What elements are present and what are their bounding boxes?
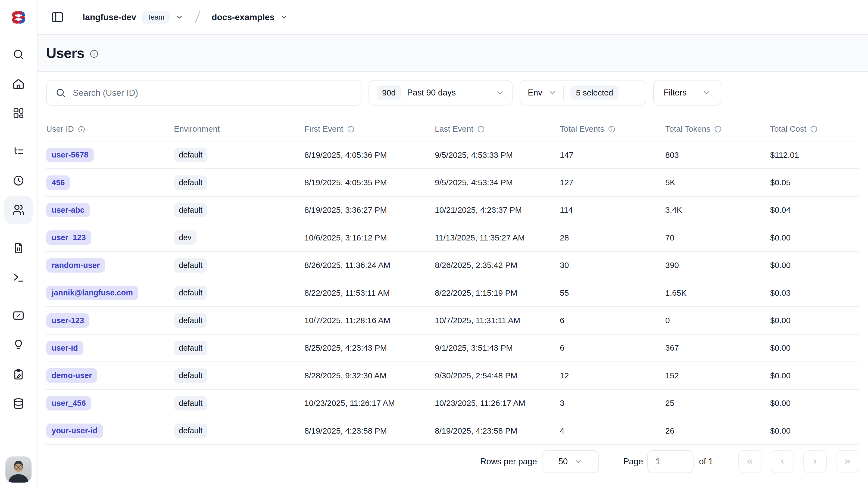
column-header[interactable]: Total Cost xyxy=(770,124,859,134)
user-id-badge[interactable]: 456 xyxy=(46,175,70,190)
table-row[interactable]: user-5678 default 8/19/2025, 4:05:36 PM … xyxy=(46,141,859,169)
langfuse-logo-icon xyxy=(10,10,27,25)
project-name[interactable]: docs-examples xyxy=(212,12,275,22)
table-row[interactable]: user-id default 8/25/2025, 4:23:43 PM 9/… xyxy=(46,335,859,362)
last-event-cell: 10/23/2025, 11:26:17 AM xyxy=(435,399,560,408)
user-id-badge[interactable]: user-123 xyxy=(46,313,89,328)
date-range-button[interactable]: 90d Past 90 days xyxy=(369,80,513,106)
total-tokens-cell: 152 xyxy=(665,371,770,380)
info-icon xyxy=(477,125,485,133)
filters-label: Filters xyxy=(664,88,686,98)
total-tokens-cell: 3.4K xyxy=(665,205,770,214)
column-header[interactable]: First Event xyxy=(304,124,435,134)
sidebar-item-tracing[interactable] xyxy=(4,137,33,165)
sidebar-item-prompts[interactable] xyxy=(4,234,33,262)
users-icon xyxy=(12,204,25,216)
rows-per-page-select[interactable]: 50 xyxy=(542,450,599,473)
pagination-nav xyxy=(738,450,859,473)
table-row[interactable]: jannik@langfuse.com default 8/22/2025, 1… xyxy=(46,279,859,307)
page-title-info-icon[interactable] xyxy=(89,49,99,58)
total-events-cell: 147 xyxy=(560,150,665,160)
sidebar-item-insights[interactable] xyxy=(4,331,33,359)
filters-button[interactable]: Filters xyxy=(653,80,721,106)
chevron-down-icon xyxy=(548,88,557,97)
next-page-button[interactable] xyxy=(803,450,827,473)
column-header[interactable]: Total Events xyxy=(560,124,665,134)
first-event-cell: 10/7/2025, 11:28:16 AM xyxy=(304,316,435,325)
user-id-badge[interactable]: user-id xyxy=(46,341,84,355)
env-filter-button[interactable]: Env 5 selected xyxy=(520,80,646,106)
total-events-cell: 4 xyxy=(560,426,665,435)
user-id-badge[interactable]: random-user xyxy=(46,258,105,272)
previous-page-button[interactable] xyxy=(771,450,794,473)
column-header[interactable]: Total Tokens xyxy=(665,124,770,134)
table-row[interactable]: 456 default 8/19/2025, 4:05:35 PM 9/5/20… xyxy=(46,169,859,196)
table-row[interactable]: user_123 dev 10/6/2025, 3:16:12 PM 11/13… xyxy=(46,224,859,252)
chevrons-left-icon xyxy=(746,458,754,466)
column-header[interactable]: Last Event xyxy=(435,124,560,134)
sidebar-item-users[interactable] xyxy=(4,196,33,224)
langfuse-logo[interactable] xyxy=(0,0,37,35)
pagination-bar: Rows per page 50 Page of 1 xyxy=(46,450,859,473)
org-name[interactable]: langfuse-dev xyxy=(83,12,136,22)
home-icon xyxy=(12,78,25,90)
project-switcher-button[interactable] xyxy=(280,13,288,21)
column-header[interactable]: Environment xyxy=(174,124,304,134)
table-row[interactable]: user_456 default 10/23/2025, 11:26:17 AM… xyxy=(46,390,859,417)
page-number-input[interactable] xyxy=(647,450,693,473)
user-id-badge[interactable]: jannik@langfuse.com xyxy=(46,286,138,300)
total-cost-cell: $0.00 xyxy=(770,316,859,325)
last-event-cell: 10/21/2025, 4:23:37 PM xyxy=(435,205,560,214)
database-icon xyxy=(12,397,25,410)
total-tokens-cell: 5K xyxy=(665,178,770,187)
total-cost-cell: $0.04 xyxy=(770,205,859,214)
table-row[interactable]: user-123 default 10/7/2025, 11:28:16 AM … xyxy=(46,307,859,334)
environment-badge: default xyxy=(174,313,207,328)
first-event-cell: 10/23/2025, 11:26:17 AM xyxy=(304,399,435,408)
sidebar-item-sessions[interactable] xyxy=(4,167,33,195)
user-id-badge[interactable]: user-5678 xyxy=(46,148,94,162)
user-id-badge[interactable]: your-user-id xyxy=(46,424,103,438)
org-switcher-button[interactable] xyxy=(175,13,183,21)
sidebar-item-search[interactable] xyxy=(4,40,33,68)
sidebar-item-datasets[interactable] xyxy=(4,390,33,418)
sidebar-toggle-button[interactable] xyxy=(51,10,64,24)
last-event-cell: 9/5/2025, 4:53:34 PM xyxy=(435,178,560,187)
column-header-label: First Event xyxy=(304,124,343,134)
sidebar-item-annotation[interactable] xyxy=(4,360,33,389)
column-header[interactable]: User ID xyxy=(46,124,174,134)
table-row[interactable]: user-abc default 8/19/2025, 3:36:27 PM 1… xyxy=(46,197,859,224)
sidebar-item-home[interactable] xyxy=(4,69,33,98)
search-input[interactable] xyxy=(73,88,352,98)
total-events-cell: 3 xyxy=(560,399,665,408)
toolbar: 90d Past 90 days Env 5 selected Filters xyxy=(46,80,859,106)
table-header-row: User ID Environment First Event Last Eve… xyxy=(46,117,859,141)
sidebar-item-evaluation[interactable] xyxy=(4,302,33,330)
terminal-icon xyxy=(12,271,25,284)
panel-left-icon xyxy=(51,10,64,24)
user-avatar[interactable] xyxy=(5,456,32,483)
first-event-cell: 8/19/2025, 4:23:58 PM xyxy=(304,426,435,435)
user-id-badge[interactable]: user-abc xyxy=(46,203,90,217)
date-range-badge: 90d xyxy=(377,85,401,100)
column-header-label: Total Events xyxy=(560,124,604,134)
dashboard-icon xyxy=(12,107,25,119)
table-row[interactable]: random-user default 8/26/2025, 11:36:24 … xyxy=(46,252,859,279)
search-box[interactable] xyxy=(46,80,362,106)
last-page-button[interactable] xyxy=(836,450,859,473)
clock-icon xyxy=(12,174,25,187)
column-header-label: User ID xyxy=(46,124,74,134)
table-row[interactable]: your-user-id default 8/19/2025, 4:23:58 … xyxy=(46,417,859,445)
user-id-badge[interactable]: demo-user xyxy=(46,368,97,383)
table-row[interactable]: demo-user default 8/28/2025, 9:32:30 AM … xyxy=(46,362,859,390)
sidebar-nav xyxy=(4,40,33,418)
environment-badge: default xyxy=(174,148,207,162)
user-id-badge[interactable]: user_123 xyxy=(46,230,91,245)
sidebar-item-dashboards[interactable] xyxy=(4,99,33,127)
environment-badge: default xyxy=(174,341,207,355)
user-id-badge[interactable]: user_456 xyxy=(46,396,91,410)
environment-badge: dev xyxy=(174,230,196,245)
first-page-button[interactable] xyxy=(738,450,762,473)
last-event-cell: 8/19/2025, 4:23:58 PM xyxy=(435,426,560,435)
sidebar-item-playground[interactable] xyxy=(4,263,33,292)
